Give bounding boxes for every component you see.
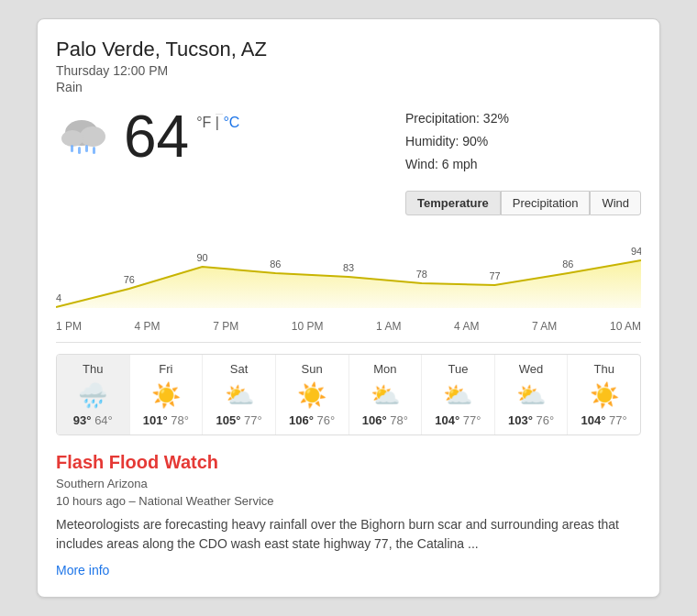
- forecast-low: 78°: [171, 413, 189, 427]
- forecast-low: 78°: [390, 413, 408, 427]
- location-header: Palo Verde, Tucson, AZ Thursday 12:00 PM…: [56, 38, 641, 94]
- forecast-high: 104°: [435, 413, 459, 427]
- forecast-temps: 106° 78°: [353, 413, 418, 427]
- chart-tabs: Temperature Precipitation Wind: [405, 191, 641, 215]
- forecast-day-name: Sat: [206, 362, 271, 376]
- svg-point-1: [80, 126, 105, 147]
- current-weather-section: 64 °F | °C Precipitation: 32% Humidity: …: [56, 107, 641, 216]
- weather-details: Precipitation: 32% Humidity: 90% Wind: 6…: [405, 107, 641, 216]
- forecast-day-thu-7[interactable]: Thu ☀️ 104° 77°: [568, 355, 640, 434]
- forecast-day-name: Mon: [353, 362, 418, 376]
- forecast-low: 76°: [317, 413, 336, 427]
- forecast-high: 101°: [143, 413, 168, 427]
- forecast-low: 77°: [244, 413, 262, 427]
- precipitation-row: Precipitation: 32%: [405, 107, 641, 130]
- forecast-day-tue-5[interactable]: Tue ⛅ 104° 77°: [422, 355, 495, 434]
- current-temp: 64: [124, 107, 189, 166]
- humidity-value: 90%: [462, 134, 488, 148]
- forecast-day-name: Thu: [61, 362, 126, 376]
- section-divider: [56, 342, 641, 343]
- temp-units: °F | °C: [196, 115, 239, 131]
- forecast-day-mon-4[interactable]: Mon ⛅ 106° 78°: [349, 355, 423, 434]
- weather-icon-temp: 64 °F | °C: [56, 107, 239, 166]
- forecast-low: 76°: [536, 413, 554, 427]
- forecast-day-name: Sun: [280, 362, 345, 376]
- humidity-row: Humidity: 90%: [405, 130, 641, 153]
- tab-wind[interactable]: Wind: [590, 191, 641, 215]
- forecast-high: 93°: [73, 413, 92, 427]
- forecast-icon: 🌧️: [61, 381, 126, 410]
- chart-label-4: 1 AM: [376, 320, 401, 333]
- forecast-temps: 104° 77°: [571, 413, 636, 427]
- temperature-chart: 64 76 90 86 83 78 77 86 94 1 PM 4 PM 7 P…: [56, 230, 641, 331]
- forecast-day-wed-6[interactable]: Wed ⛅ 103° 76°: [495, 355, 569, 434]
- weather-card: Palo Verde, Tucson, AZ Thursday 12:00 PM…: [37, 18, 660, 599]
- weather-icon: [56, 113, 115, 160]
- wind-value: 6 mph: [442, 157, 478, 171]
- forecast-day-sat-2[interactable]: Sat ⛅ 105° 77°: [203, 355, 276, 434]
- forecast-high: 106°: [362, 413, 387, 427]
- svg-text:86: 86: [270, 258, 281, 270]
- svg-rect-3: [71, 145, 73, 152]
- forecast-temps: 104° 77°: [426, 413, 491, 427]
- weather-condition-text: Rain: [56, 80, 641, 94]
- alert-section: Flash Flood Watch Southern Arizona 10 ho…: [56, 452, 641, 578]
- svg-text:78: 78: [416, 269, 427, 280]
- svg-rect-4: [78, 147, 81, 154]
- forecast-day-sun-3[interactable]: Sun ☀️ 106° 76°: [276, 355, 349, 434]
- svg-rect-5: [85, 145, 88, 152]
- forecast-temps: 103° 76°: [499, 413, 564, 427]
- wind-label: Wind:: [405, 157, 438, 171]
- svg-rect-6: [93, 147, 95, 154]
- forecast-icon: ☀️: [280, 381, 345, 410]
- precipitation-label: Precipitation:: [405, 111, 480, 126]
- forecast-row: Thu 🌧️ 93° 64° Fri ☀️ 101° 78° Sat ⛅ 105…: [56, 354, 641, 435]
- svg-text:94: 94: [631, 246, 641, 257]
- forecast-day-name: Wed: [499, 362, 564, 376]
- location-name: Palo Verde, Tucson, AZ: [56, 38, 641, 61]
- tab-temperature[interactable]: Temperature: [405, 191, 501, 215]
- forecast-low: 77°: [463, 413, 481, 427]
- forecast-low: 77°: [609, 413, 627, 427]
- precipitation-value: 32%: [483, 111, 509, 126]
- chart-time-labels: 1 PM 4 PM 7 PM 10 PM 1 AM 4 AM 7 AM 10 A…: [56, 316, 641, 333]
- svg-text:83: 83: [343, 262, 354, 273]
- more-info-link[interactable]: More info: [56, 563, 109, 578]
- forecast-day-fri-1[interactable]: Fri ☀️ 101° 78°: [130, 355, 204, 434]
- svg-text:64: 64: [56, 292, 61, 303]
- forecast-temps: 106° 76°: [280, 413, 345, 427]
- location-datetime: Thursday 12:00 PM: [56, 63, 641, 78]
- temp-block: 64 °F | °C: [124, 107, 239, 166]
- chart-svg: 64 76 90 86 83 78 77 86 94: [56, 230, 641, 313]
- forecast-high: 106°: [289, 413, 314, 427]
- svg-text:86: 86: [562, 258, 573, 270]
- humidity-label: Humidity:: [405, 134, 459, 148]
- svg-text:77: 77: [489, 270, 500, 281]
- forecast-icon: ☀️: [134, 381, 199, 410]
- svg-text:76: 76: [124, 274, 135, 285]
- alert-title: Flash Flood Watch: [56, 452, 641, 473]
- chart-label-1: 4 PM: [135, 320, 160, 333]
- tab-precipitation[interactable]: Precipitation: [501, 191, 591, 215]
- chart-label-6: 7 AM: [532, 320, 557, 333]
- alert-body: Meteorologists are forecasting heavy rai…: [56, 515, 641, 554]
- forecast-day-thu-0[interactable]: Thu 🌧️ 93° 64°: [57, 355, 130, 434]
- svg-point-2: [61, 130, 83, 147]
- forecast-icon: ⛅: [499, 381, 564, 410]
- forecast-icon: ⛅: [426, 381, 491, 410]
- alert-time-source: 10 hours ago – National Weather Service: [56, 494, 641, 508]
- unit-celsius[interactable]: °C: [223, 115, 239, 130]
- forecast-temps: 105° 77°: [206, 413, 271, 427]
- chart-label-5: 4 AM: [454, 320, 479, 333]
- forecast-low: 64°: [94, 413, 113, 427]
- forecast-day-name: Fri: [134, 362, 199, 376]
- forecast-icon: ⛅: [206, 381, 271, 410]
- wind-row: Wind: 6 mph: [405, 153, 641, 176]
- forecast-high: 105°: [216, 413, 240, 427]
- forecast-day-name: Thu: [571, 362, 636, 376]
- chart-label-0: 1 PM: [56, 320, 82, 333]
- unit-fahrenheit[interactable]: °F: [196, 115, 211, 130]
- forecast-high: 104°: [581, 413, 606, 427]
- alert-region: Southern Arizona: [56, 477, 641, 490]
- forecast-temps: 93° 64°: [61, 413, 126, 427]
